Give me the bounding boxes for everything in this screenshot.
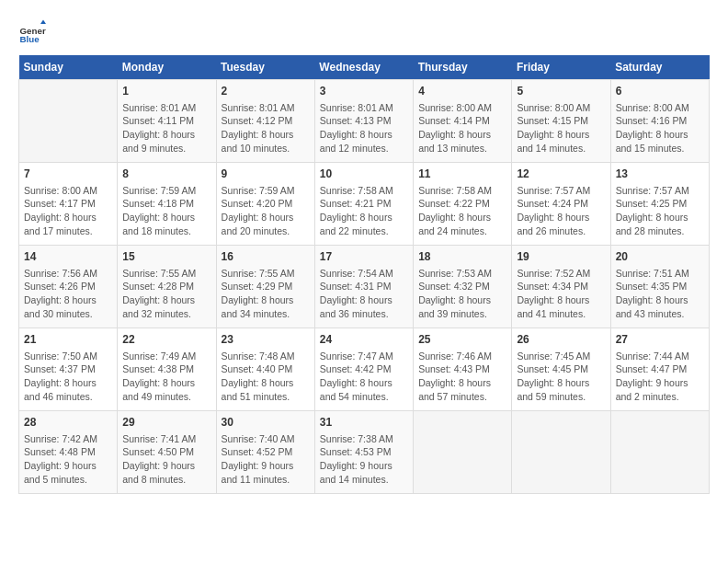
day-info: Sunrise: 7:41 AM Sunset: 4:50 PM Dayligh… <box>122 432 210 487</box>
day-number: 30 <box>222 415 310 431</box>
day-info: Sunrise: 7:57 AM Sunset: 4:24 PM Dayligh… <box>517 184 605 238</box>
calendar-week-row: 7Sunrise: 8:00 AM Sunset: 4:17 PM Daylig… <box>19 163 710 246</box>
day-info: Sunrise: 7:46 AM Sunset: 4:43 PM Dayligh… <box>418 350 506 404</box>
calendar-day-cell: 10Sunrise: 7:58 AM Sunset: 4:21 PM Dayli… <box>314 163 413 246</box>
calendar-day-cell: 1Sunrise: 8:01 AM Sunset: 4:11 PM Daylig… <box>118 80 216 163</box>
calendar-week-row: 14Sunrise: 7:56 AM Sunset: 4:26 PM Dayli… <box>19 246 710 328</box>
day-info: Sunrise: 7:54 AM Sunset: 4:31 PM Dayligh… <box>320 267 408 321</box>
calendar-day-cell: 15Sunrise: 7:55 AM Sunset: 4:28 PM Dayli… <box>118 246 216 328</box>
calendar-header: SundayMondayTuesdayWednesdayThursdayFrid… <box>19 55 710 80</box>
day-number: 6 <box>616 84 704 99</box>
calendar-week-row: 1Sunrise: 8:01 AM Sunset: 4:11 PM Daylig… <box>19 80 710 163</box>
calendar-day-cell: 22Sunrise: 7:49 AM Sunset: 4:38 PM Dayli… <box>118 328 216 411</box>
weekday-header: Monday <box>118 55 216 80</box>
day-info: Sunrise: 8:00 AM Sunset: 4:17 PM Dayligh… <box>24 184 112 238</box>
calendar-day-cell: 29Sunrise: 7:41 AM Sunset: 4:50 PM Dayli… <box>118 411 216 494</box>
day-info: Sunrise: 7:55 AM Sunset: 4:28 PM Dayligh… <box>122 267 210 321</box>
calendar-day-cell: 19Sunrise: 7:52 AM Sunset: 4:34 PM Dayli… <box>512 246 610 328</box>
day-number: 12 <box>517 167 605 182</box>
day-info: Sunrise: 7:45 AM Sunset: 4:45 PM Dayligh… <box>517 350 605 404</box>
day-number: 24 <box>320 332 408 348</box>
day-info: Sunrise: 7:55 AM Sunset: 4:29 PM Dayligh… <box>222 267 310 321</box>
day-info: Sunrise: 8:00 AM Sunset: 4:15 PM Dayligh… <box>517 101 605 155</box>
day-info: Sunrise: 7:56 AM Sunset: 4:26 PM Dayligh… <box>24 267 112 321</box>
day-info: Sunrise: 7:49 AM Sunset: 4:38 PM Dayligh… <box>122 350 210 404</box>
calendar-day-cell: 27Sunrise: 7:44 AM Sunset: 4:47 PM Dayli… <box>610 328 709 411</box>
calendar-day-cell: 31Sunrise: 7:38 AM Sunset: 4:53 PM Dayli… <box>314 411 413 494</box>
calendar-week-row: 28Sunrise: 7:42 AM Sunset: 4:48 PM Dayli… <box>19 411 710 494</box>
calendar-week-row: 21Sunrise: 7:50 AM Sunset: 4:37 PM Dayli… <box>19 328 710 411</box>
day-number: 7 <box>24 167 112 182</box>
day-info: Sunrise: 7:42 AM Sunset: 4:48 PM Dayligh… <box>24 432 112 487</box>
day-number: 15 <box>122 249 210 265</box>
calendar-day-cell: 17Sunrise: 7:54 AM Sunset: 4:31 PM Dayli… <box>314 246 413 328</box>
day-number: 2 <box>222 84 310 99</box>
calendar-day-cell: 3Sunrise: 8:01 AM Sunset: 4:13 PM Daylig… <box>314 80 413 163</box>
day-info: Sunrise: 7:44 AM Sunset: 4:47 PM Dayligh… <box>616 350 704 404</box>
svg-text:Blue: Blue <box>20 34 40 44</box>
calendar-day-cell: 11Sunrise: 7:58 AM Sunset: 4:22 PM Dayli… <box>414 163 512 246</box>
calendar-day-cell <box>414 411 512 494</box>
day-info: Sunrise: 7:58 AM Sunset: 4:22 PM Dayligh… <box>418 184 506 238</box>
day-number: 11 <box>418 167 506 182</box>
day-info: Sunrise: 7:59 AM Sunset: 4:20 PM Dayligh… <box>222 184 310 238</box>
day-number: 29 <box>122 415 210 431</box>
logo-icon: General Blue <box>18 18 46 46</box>
calendar-day-cell <box>19 80 118 163</box>
calendar-day-cell <box>512 411 610 494</box>
day-info: Sunrise: 8:01 AM Sunset: 4:13 PM Dayligh… <box>320 101 408 155</box>
day-number: 9 <box>222 167 310 182</box>
day-number: 8 <box>122 167 210 182</box>
day-info: Sunrise: 7:52 AM Sunset: 4:34 PM Dayligh… <box>517 267 605 321</box>
calendar-day-cell: 28Sunrise: 7:42 AM Sunset: 4:48 PM Dayli… <box>19 411 118 494</box>
day-info: Sunrise: 7:50 AM Sunset: 4:37 PM Dayligh… <box>24 350 112 404</box>
page-header: General Blue <box>18 18 710 46</box>
day-info: Sunrise: 8:01 AM Sunset: 4:11 PM Dayligh… <box>122 101 210 155</box>
day-number: 4 <box>418 84 506 99</box>
day-number: 27 <box>616 332 704 348</box>
weekday-header: Tuesday <box>216 55 314 80</box>
day-info: Sunrise: 8:01 AM Sunset: 4:12 PM Dayligh… <box>222 101 310 155</box>
day-number: 3 <box>320 84 408 99</box>
calendar-day-cell: 26Sunrise: 7:45 AM Sunset: 4:45 PM Dayli… <box>512 328 610 411</box>
calendar-day-cell: 7Sunrise: 8:00 AM Sunset: 4:17 PM Daylig… <box>19 163 118 246</box>
day-number: 20 <box>616 249 704 265</box>
day-number: 14 <box>24 249 112 265</box>
svg-marker-2 <box>40 20 46 25</box>
calendar-day-cell: 18Sunrise: 7:53 AM Sunset: 4:32 PM Dayli… <box>414 246 512 328</box>
day-info: Sunrise: 7:57 AM Sunset: 4:25 PM Dayligh… <box>616 184 704 238</box>
calendar-day-cell: 24Sunrise: 7:47 AM Sunset: 4:42 PM Dayli… <box>314 328 413 411</box>
calendar-day-cell: 8Sunrise: 7:59 AM Sunset: 4:18 PM Daylig… <box>118 163 216 246</box>
day-info: Sunrise: 7:40 AM Sunset: 4:52 PM Dayligh… <box>222 432 310 487</box>
weekday-header: Thursday <box>414 55 512 80</box>
day-info: Sunrise: 7:58 AM Sunset: 4:21 PM Dayligh… <box>320 184 408 238</box>
day-number: 23 <box>222 332 310 348</box>
day-info: Sunrise: 7:47 AM Sunset: 4:42 PM Dayligh… <box>320 350 408 404</box>
day-info: Sunrise: 7:38 AM Sunset: 4:53 PM Dayligh… <box>320 432 408 487</box>
day-number: 25 <box>418 332 506 348</box>
calendar-day-cell: 5Sunrise: 8:00 AM Sunset: 4:15 PM Daylig… <box>512 80 610 163</box>
calendar-day-cell: 6Sunrise: 8:00 AM Sunset: 4:16 PM Daylig… <box>610 80 709 163</box>
calendar-day-cell: 25Sunrise: 7:46 AM Sunset: 4:43 PM Dayli… <box>414 328 512 411</box>
calendar-day-cell: 12Sunrise: 7:57 AM Sunset: 4:24 PM Dayli… <box>512 163 610 246</box>
calendar-day-cell: 23Sunrise: 7:48 AM Sunset: 4:40 PM Dayli… <box>216 328 314 411</box>
calendar-day-cell: 13Sunrise: 7:57 AM Sunset: 4:25 PM Dayli… <box>610 163 709 246</box>
weekday-header: Wednesday <box>314 55 413 80</box>
day-number: 21 <box>24 332 112 348</box>
day-info: Sunrise: 7:51 AM Sunset: 4:35 PM Dayligh… <box>616 267 704 321</box>
day-number: 19 <box>517 249 605 265</box>
weekday-header: Sunday <box>19 55 118 80</box>
calendar-day-cell: 16Sunrise: 7:55 AM Sunset: 4:29 PM Dayli… <box>216 246 314 328</box>
day-number: 31 <box>320 415 408 431</box>
calendar-day-cell: 20Sunrise: 7:51 AM Sunset: 4:35 PM Dayli… <box>610 246 709 328</box>
calendar-day-cell: 2Sunrise: 8:01 AM Sunset: 4:12 PM Daylig… <box>216 80 314 163</box>
day-info: Sunrise: 7:59 AM Sunset: 4:18 PM Dayligh… <box>122 184 210 238</box>
day-number: 18 <box>418 249 506 265</box>
day-number: 13 <box>616 167 704 182</box>
day-number: 5 <box>517 84 605 99</box>
calendar-day-cell <box>610 411 709 494</box>
day-number: 26 <box>517 332 605 348</box>
day-number: 22 <box>122 332 210 348</box>
calendar-table: SundayMondayTuesdayWednesdayThursdayFrid… <box>18 55 710 494</box>
calendar-day-cell: 21Sunrise: 7:50 AM Sunset: 4:37 PM Dayli… <box>19 328 118 411</box>
